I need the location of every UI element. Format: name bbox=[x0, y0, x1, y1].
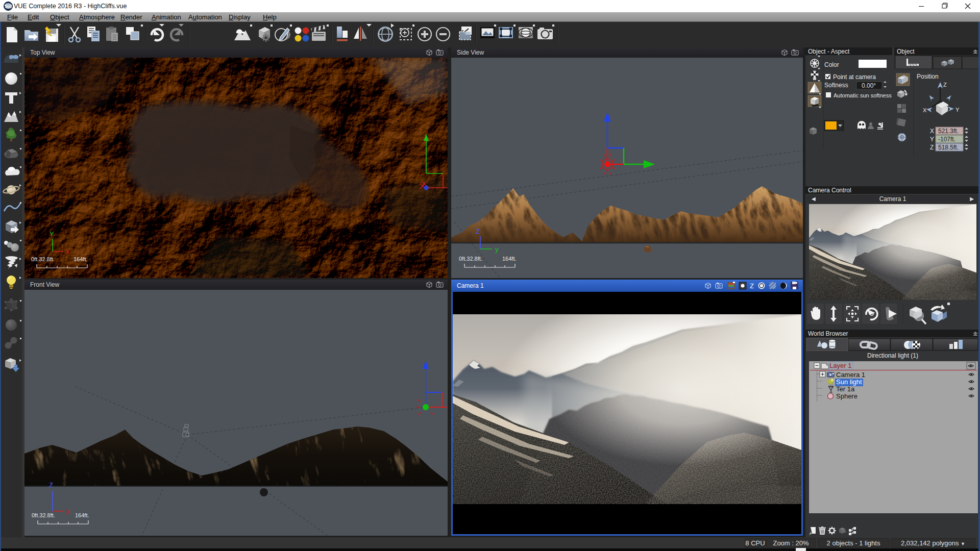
svg-text:Sun light: Sun light bbox=[836, 378, 862, 386]
svg-text:y: y bbox=[495, 245, 499, 253]
svg-text:Y: Y bbox=[930, 136, 934, 143]
svg-text:164ft.: 164ft. bbox=[74, 256, 88, 262]
svg-text:Color: Color bbox=[824, 61, 839, 68]
svg-text:Softness: Softness bbox=[824, 82, 848, 89]
svg-text:518.5ft.: 518.5ft. bbox=[938, 144, 959, 151]
svg-text:0.00°: 0.00° bbox=[862, 82, 876, 89]
svg-text:Position: Position bbox=[917, 73, 939, 80]
svg-text:Z: Z bbox=[476, 228, 480, 235]
svg-text:X: X bbox=[66, 508, 70, 516]
svg-text:164ft.: 164ft. bbox=[502, 256, 517, 262]
svg-text:Y: Y bbox=[955, 107, 960, 113]
svg-text:Y: Y bbox=[50, 230, 54, 238]
svg-text:Automatic sun softness: Automatic sun softness bbox=[834, 92, 892, 98]
svg-text:Z: Z bbox=[750, 282, 754, 290]
svg-text:-107ft.: -107ft. bbox=[938, 136, 955, 143]
svg-text:Z: Z bbox=[943, 82, 947, 88]
svg-text:Sphere: Sphere bbox=[836, 392, 857, 400]
svg-text:Point at camera: Point at camera bbox=[833, 73, 876, 81]
svg-text:0ft.32.8ft.: 0ft.32.8ft. bbox=[32, 512, 55, 518]
svg-text:0ft.32.8ft.: 0ft.32.8ft. bbox=[459, 256, 482, 262]
svg-text:0ft.32.8ft.: 0ft.32.8ft. bbox=[31, 256, 55, 262]
svg-text:X: X bbox=[65, 248, 70, 256]
svg-text:Ter 1a: Ter 1a bbox=[836, 385, 855, 393]
svg-text:Camera 1: Camera 1 bbox=[836, 371, 865, 379]
svg-text:X: X bbox=[923, 107, 927, 113]
svg-text:Z: Z bbox=[49, 481, 53, 489]
svg-text:Z: Z bbox=[930, 144, 934, 151]
svg-text:521.3ft.: 521.3ft. bbox=[938, 128, 959, 135]
svg-text:Layer 1: Layer 1 bbox=[829, 362, 851, 369]
svg-text:164ft.: 164ft. bbox=[75, 512, 89, 518]
svg-text:X: X bbox=[930, 128, 934, 135]
